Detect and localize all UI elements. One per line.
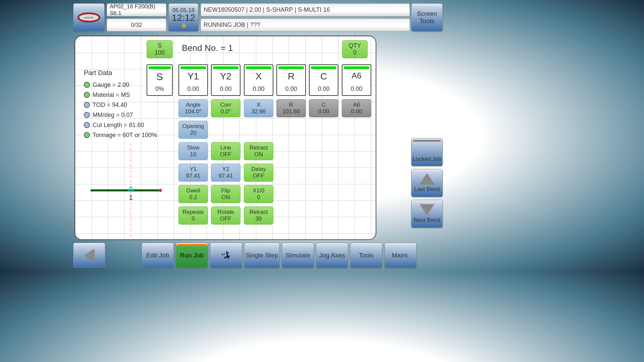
param-y2[interactable]: Y297.41 xyxy=(211,164,240,182)
param-flip[interactable]: FlipON xyxy=(211,185,240,203)
axis-value: 0.00 xyxy=(245,85,273,93)
bottom-label: Edit Job xyxy=(146,252,169,259)
qty-chip[interactable]: QTY 0 xyxy=(342,40,368,58)
cycle-arrows-icon xyxy=(219,249,233,262)
axis-readout-c[interactable]: C0.00 xyxy=(309,64,338,96)
param-label: Retract xyxy=(250,209,268,216)
bottom-label: Single Step xyxy=(246,252,278,259)
chip-label: S xyxy=(158,42,162,49)
status-dot-icon xyxy=(84,122,90,128)
param-value: ON xyxy=(254,151,263,158)
axis-readout-x[interactable]: X0.00 xyxy=(244,64,273,96)
main-panel: Part Data Gauge = 2.00 Material = MS TOD… xyxy=(74,36,376,240)
side-label: Last Bend xyxy=(414,186,440,193)
param-angle[interactable]: Angle104.0° xyxy=(178,99,208,117)
axis-value: 0% xyxy=(147,85,172,93)
part-data-panel: Part Data Gauge = 2.00 Material = MS TOD… xyxy=(84,68,157,140)
param-corr[interactable]: Corr0.0° xyxy=(211,99,240,117)
locked-job-button[interactable]: Locked Job xyxy=(411,138,443,166)
axis-readout-y1[interactable]: Y10.00 xyxy=(178,64,208,96)
lock-icon: 🔒 xyxy=(181,22,186,28)
bottom-label: Jog Axes xyxy=(319,252,345,259)
param-label: Retract xyxy=(250,144,268,151)
triangle-down-icon xyxy=(420,204,434,216)
chip-value: 0 xyxy=(353,49,357,56)
param-label: C xyxy=(322,102,326,108)
param-slow[interactable]: Slow10 xyxy=(178,142,208,160)
param-delay[interactable]: DelayOFF xyxy=(244,164,273,182)
run-job-button[interactable]: Run Job xyxy=(176,243,208,268)
param-label: Opening xyxy=(182,123,204,130)
part-data-row: MM/deg = 0.07 xyxy=(84,110,157,120)
param-repeats[interactable]: Repeats0 xyxy=(178,206,208,225)
param-rotate[interactable]: RotateOFF xyxy=(211,206,240,225)
back-button[interactable] xyxy=(73,243,105,268)
param-r[interactable]: R101.60 xyxy=(276,99,306,117)
next-bend-button[interactable]: Next Bend xyxy=(411,200,443,228)
speed-chip[interactable]: S 100 xyxy=(147,40,173,58)
bottom-spacer xyxy=(107,243,140,268)
axis-readout-s[interactable]: S0% xyxy=(147,64,173,96)
bottom-label: Simulate xyxy=(285,252,310,259)
param-label: Y1 xyxy=(190,166,197,173)
param-opening[interactable]: Opening20 xyxy=(178,121,208,139)
bottom-label: Run Job xyxy=(180,252,204,259)
system-version-field: AP02_16 F200(B) S6.1 xyxy=(107,3,166,16)
param-value: 101.60 xyxy=(282,108,300,115)
simulate-button[interactable]: Simulate xyxy=(282,243,314,268)
maintenance-button[interactable]: Maint. xyxy=(384,243,417,268)
jog-axes-button[interactable]: Jog Axes xyxy=(316,243,348,268)
status-dot-icon xyxy=(84,112,90,118)
param-retract-mode[interactable]: RetractON xyxy=(244,142,273,160)
time-label: 12:12 xyxy=(172,12,195,23)
tools-button[interactable]: Tools xyxy=(350,243,382,268)
axis-label: X xyxy=(245,71,273,82)
edit-job-button[interactable]: Edit Job xyxy=(142,243,174,268)
param-value: 97.41 xyxy=(219,173,233,179)
param-value: OFF xyxy=(220,216,231,222)
param-a6[interactable]: A60.00 xyxy=(342,99,371,117)
part-data-title: Part Data xyxy=(84,68,157,78)
axis-label: A6 xyxy=(342,71,371,80)
side-label: Next Bend xyxy=(414,217,440,224)
cycle-button[interactable] xyxy=(210,243,242,268)
part-data-text: TOD = 94.40 xyxy=(93,100,127,110)
triangle-up-icon xyxy=(420,173,434,185)
param-value: 32.98 xyxy=(252,108,266,115)
bend-diagram: 1 xyxy=(80,143,174,237)
param-label: Dwell xyxy=(186,187,200,194)
logo-button[interactable]: pressTek xyxy=(73,3,105,32)
param-c[interactable]: C0.00 xyxy=(309,99,338,117)
axis-value: 0.00 xyxy=(277,85,305,93)
axis-readout-y2[interactable]: Y20.00 xyxy=(211,64,240,96)
param-label: X1/0 xyxy=(253,187,265,194)
param-line[interactable]: LineOFF xyxy=(211,142,240,160)
param-value: 0.00 xyxy=(351,108,362,115)
param-retract-dist[interactable]: Retract30 xyxy=(244,206,273,225)
datetime-button[interactable]: 05.05.18 12:12 🔒 xyxy=(168,3,199,32)
part-data-text: MM/deg = 0.07 xyxy=(93,110,133,120)
part-data-row: Material = MS xyxy=(84,90,157,100)
last-bend-button[interactable]: Last Bend xyxy=(411,169,443,197)
part-data-text: Tonnage = 60T or 100% xyxy=(93,130,157,140)
axis-label: Y2 xyxy=(212,71,240,82)
job-info-field: NEW18050507 | 2.00 | S-SHARP | S-MULTI 1… xyxy=(201,3,410,16)
param-value: 97.41 xyxy=(186,173,201,179)
part-data-text: Gauge = 2.00 xyxy=(93,80,129,90)
bottom-label: Tools xyxy=(359,252,374,259)
param-value: 0 xyxy=(257,194,260,201)
status-dot-icon xyxy=(84,102,90,108)
param-x10[interactable]: X1/00 xyxy=(244,185,273,203)
axis-readout-r[interactable]: R0.00 xyxy=(276,64,306,96)
single-step-button[interactable]: Single Step xyxy=(244,243,280,268)
screen-tools-button[interactable]: Screen Tools xyxy=(411,3,443,32)
param-x[interactable]: X32.98 xyxy=(244,99,273,117)
svg-text:pressTek: pressTek xyxy=(84,16,94,19)
param-label: Y2 xyxy=(222,166,229,173)
axis-label: Y1 xyxy=(179,71,207,82)
param-dwell[interactable]: Dwell0.2 xyxy=(178,185,208,203)
param-value: 0.0° xyxy=(221,108,231,115)
param-label: Repeats xyxy=(182,209,204,216)
axis-readout-a6[interactable]: A60.00 xyxy=(342,64,371,96)
param-y1[interactable]: Y197.41 xyxy=(178,164,208,182)
